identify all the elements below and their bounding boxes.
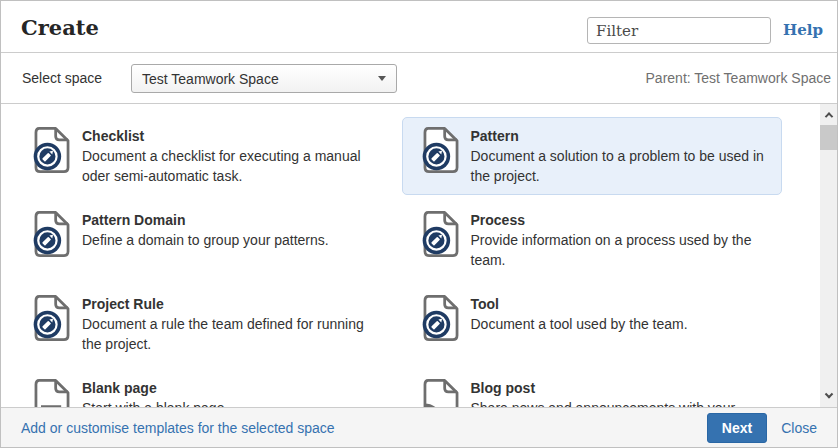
close-link[interactable]: Close (781, 420, 817, 436)
page-pencil-icon (30, 294, 74, 342)
template-title: Pattern Domain (82, 210, 329, 230)
customise-templates-link[interactable]: Add or customise templates for the selec… (21, 420, 335, 436)
dialog-header: Create Help (1, 1, 837, 53)
page-pencil-icon (419, 210, 463, 258)
filter-input[interactable] (587, 17, 771, 44)
space-dropdown[interactable]: Test Teamwork Space (131, 64, 397, 93)
template-title: Process (471, 210, 771, 230)
next-button[interactable]: Next (707, 413, 767, 443)
template-item-pattern-domain[interactable]: Pattern Domain Define a domain to group … (13, 201, 394, 279)
template-item-blog-post[interactable]: Blog post Share news and announcements w… (402, 369, 783, 407)
template-description: Document a checklist for executing a man… (82, 146, 382, 186)
template-item-pattern[interactable]: Pattern Document a solution to a problem… (402, 117, 783, 195)
chevron-down-icon (378, 76, 386, 81)
template-title: Project Rule (82, 294, 382, 314)
dialog-footer: Add or customise templates for the selec… (1, 407, 837, 448)
page-pencil-icon (419, 294, 463, 342)
template-title: Blog post (471, 378, 771, 398)
space-selector-row: Select space Test Teamwork Space Parent:… (1, 53, 837, 104)
template-item-blank-page[interactable]: Blank page Start with a blank page. (13, 369, 394, 407)
template-description: Document a tool used by the team. (471, 314, 688, 334)
template-title: Checklist (82, 126, 382, 146)
template-description: Start with a blank page. (82, 398, 228, 407)
create-dialog: Create Help Select space Test Teamwork S… (0, 0, 838, 448)
page-pencil-icon (30, 210, 74, 258)
template-description: Define a domain to group your patterns. (82, 230, 329, 250)
scroll-down-icon[interactable] (820, 388, 837, 405)
template-grid: Checklist Document a checklist for execu… (1, 104, 820, 407)
scroll-up-icon[interactable] (820, 106, 837, 123)
dialog-title: Create (21, 15, 99, 40)
template-item-project-rule[interactable]: Project Rule Document a rule the team de… (13, 285, 394, 363)
help-link[interactable]: Help (783, 21, 823, 39)
template-description: Document a solution to a problem to be u… (471, 146, 771, 186)
template-title: Blank page (82, 378, 228, 398)
template-description: Share news and announcements with your t… (471, 398, 771, 407)
space-dropdown-value: Test Teamwork Space (142, 71, 378, 87)
template-item-tool[interactable]: Tool Document a tool used by the team. (402, 285, 783, 363)
list-scrollbar[interactable] (820, 104, 837, 407)
blank-page-icon (30, 378, 74, 407)
parent-space-label: Parent: Test Teamwork Space (646, 70, 831, 86)
blog-post-icon (419, 378, 463, 407)
template-item-checklist[interactable]: Checklist Document a checklist for execu… (13, 117, 394, 195)
template-title: Tool (471, 294, 688, 314)
page-pencil-icon (419, 126, 463, 174)
template-item-process[interactable]: Process Provide information on a process… (402, 201, 783, 279)
template-list: Checklist Document a checklist for execu… (1, 104, 837, 407)
scrollbar-thumb[interactable] (820, 125, 837, 150)
template-description: Provide information on a process used by… (471, 230, 771, 270)
template-title: Pattern (471, 126, 771, 146)
select-space-label: Select space (22, 70, 102, 86)
template-description: Document a rule the team defined for run… (82, 314, 382, 354)
page-pencil-icon (30, 126, 74, 174)
